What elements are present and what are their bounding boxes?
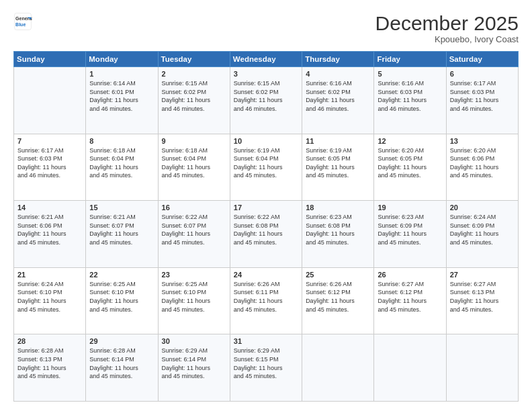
day-info: Sunrise: 6:19 AM Sunset: 6:04 PM Dayligh… (234, 146, 298, 180)
day-number: 17 (234, 203, 298, 212)
calendar-cell: 7Sunrise: 6:17 AM Sunset: 6:03 PM Daylig… (14, 134, 86, 201)
day-number: 27 (450, 271, 515, 279)
calendar-header-friday: Friday (374, 52, 446, 67)
day-number: 28 (17, 337, 82, 345)
day-number: 4 (306, 70, 370, 78)
day-info: Sunrise: 6:15 AM Sunset: 6:02 PM Dayligh… (234, 79, 298, 113)
day-number: 5 (378, 70, 442, 78)
day-number: 13 (450, 137, 515, 145)
day-info: Sunrise: 6:28 AM Sunset: 6:13 PM Dayligh… (17, 347, 82, 380)
day-number: 24 (234, 271, 298, 279)
day-info: Sunrise: 6:17 AM Sunset: 6:03 PM Dayligh… (17, 146, 82, 180)
calendar-header-thursday: Thursday (302, 52, 374, 67)
day-number: 10 (234, 137, 298, 145)
month-title: December 2025 (375, 12, 519, 34)
calendar-cell: 9Sunrise: 6:18 AM Sunset: 6:04 PM Daylig… (158, 134, 230, 201)
day-info: Sunrise: 6:18 AM Sunset: 6:04 PM Dayligh… (89, 146, 154, 180)
day-info: Sunrise: 6:27 AM Sunset: 6:13 PM Dayligh… (450, 280, 515, 314)
calendar-cell: 29Sunrise: 6:28 AM Sunset: 6:14 PM Dayli… (86, 334, 158, 402)
day-number: 23 (162, 271, 226, 279)
calendar-cell: 30Sunrise: 6:29 AM Sunset: 6:14 PM Dayli… (158, 334, 230, 402)
day-number: 9 (162, 137, 226, 145)
day-number: 30 (162, 337, 226, 345)
day-info: Sunrise: 6:20 AM Sunset: 6:05 PM Dayligh… (378, 146, 442, 180)
day-info: Sunrise: 6:29 AM Sunset: 6:15 PM Dayligh… (234, 347, 298, 380)
title-area: December 2025 Kpouebo, Ivory Coast (375, 12, 519, 44)
svg-text:Blue: Blue (15, 22, 26, 27)
calendar-cell: 16Sunrise: 6:22 AM Sunset: 6:07 PM Dayli… (158, 201, 230, 268)
calendar-cell: 26Sunrise: 6:27 AM Sunset: 6:12 PM Dayli… (374, 267, 446, 334)
calendar-cell: 2Sunrise: 6:15 AM Sunset: 6:02 PM Daylig… (158, 67, 230, 134)
day-number: 31 (234, 337, 298, 345)
day-number: 26 (378, 271, 442, 279)
calendar-cell: 15Sunrise: 6:21 AM Sunset: 6:07 PM Dayli… (86, 201, 158, 268)
svg-rect-0 (15, 13, 32, 30)
calendar-cell: 17Sunrise: 6:22 AM Sunset: 6:08 PM Dayli… (230, 201, 302, 268)
calendar-cell: 28Sunrise: 6:28 AM Sunset: 6:13 PM Dayli… (14, 334, 86, 402)
day-info: Sunrise: 6:22 AM Sunset: 6:08 PM Dayligh… (234, 213, 298, 246)
calendar-cell (14, 67, 86, 134)
calendar-cell: 31Sunrise: 6:29 AM Sunset: 6:15 PM Dayli… (230, 334, 302, 402)
day-number: 16 (162, 203, 226, 212)
calendar-cell: 24Sunrise: 6:26 AM Sunset: 6:11 PM Dayli… (230, 267, 302, 334)
calendar-cell: 12Sunrise: 6:20 AM Sunset: 6:05 PM Dayli… (374, 134, 446, 201)
day-number: 8 (89, 137, 154, 145)
calendar-cell: 14Sunrise: 6:21 AM Sunset: 6:06 PM Dayli… (14, 201, 86, 268)
day-info: Sunrise: 6:25 AM Sunset: 6:10 PM Dayligh… (89, 280, 154, 314)
calendar-cell: 11Sunrise: 6:19 AM Sunset: 6:05 PM Dayli… (302, 134, 374, 201)
day-number: 6 (450, 70, 515, 78)
day-number: 18 (306, 203, 370, 212)
calendar-cell (374, 334, 446, 402)
day-info: Sunrise: 6:26 AM Sunset: 6:12 PM Dayligh… (306, 280, 370, 314)
day-info: Sunrise: 6:26 AM Sunset: 6:11 PM Dayligh… (234, 280, 298, 314)
location: Kpouebo, Ivory Coast (375, 34, 519, 44)
day-info: Sunrise: 6:23 AM Sunset: 6:08 PM Dayligh… (306, 213, 370, 246)
day-number: 3 (234, 70, 298, 78)
page: General Blue December 2025 Kpouebo, Ivor… (0, 0, 532, 411)
day-info: Sunrise: 6:21 AM Sunset: 6:07 PM Dayligh… (89, 213, 154, 246)
day-info: Sunrise: 6:29 AM Sunset: 6:14 PM Dayligh… (162, 347, 226, 380)
calendar-week-row: 7Sunrise: 6:17 AM Sunset: 6:03 PM Daylig… (14, 134, 519, 201)
calendar-cell: 18Sunrise: 6:23 AM Sunset: 6:08 PM Dayli… (302, 201, 374, 268)
calendar-header-row: SundayMondayTuesdayWednesdayThursdayFrid… (14, 52, 519, 67)
day-info: Sunrise: 6:14 AM Sunset: 6:01 PM Dayligh… (89, 79, 154, 113)
calendar-cell: 5Sunrise: 6:16 AM Sunset: 6:03 PM Daylig… (374, 67, 446, 134)
logo: General Blue (13, 12, 32, 31)
day-number: 12 (378, 137, 442, 145)
day-info: Sunrise: 6:16 AM Sunset: 6:03 PM Dayligh… (378, 79, 442, 113)
calendar-week-row: 21Sunrise: 6:24 AM Sunset: 6:10 PM Dayli… (14, 267, 519, 334)
header: General Blue December 2025 Kpouebo, Ivor… (13, 12, 519, 44)
calendar-cell: 21Sunrise: 6:24 AM Sunset: 6:10 PM Dayli… (14, 267, 86, 334)
calendar-header-tuesday: Tuesday (158, 52, 230, 67)
calendar-cell: 6Sunrise: 6:17 AM Sunset: 6:03 PM Daylig… (446, 67, 518, 134)
calendar-cell: 10Sunrise: 6:19 AM Sunset: 6:04 PM Dayli… (230, 134, 302, 201)
calendar-cell: 1Sunrise: 6:14 AM Sunset: 6:01 PM Daylig… (86, 67, 158, 134)
day-info: Sunrise: 6:22 AM Sunset: 6:07 PM Dayligh… (162, 213, 226, 246)
day-info: Sunrise: 6:20 AM Sunset: 6:06 PM Dayligh… (450, 146, 515, 180)
calendar-table: SundayMondayTuesdayWednesdayThursdayFrid… (13, 51, 519, 402)
day-number: 29 (89, 337, 154, 345)
calendar-cell: 23Sunrise: 6:25 AM Sunset: 6:10 PM Dayli… (158, 267, 230, 334)
calendar-cell: 27Sunrise: 6:27 AM Sunset: 6:13 PM Dayli… (446, 267, 518, 334)
calendar-header-wednesday: Wednesday (230, 52, 302, 67)
day-number: 11 (306, 137, 370, 145)
logo-icon: General Blue (13, 12, 32, 31)
day-info: Sunrise: 6:15 AM Sunset: 6:02 PM Dayligh… (162, 79, 226, 113)
calendar-week-row: 14Sunrise: 6:21 AM Sunset: 6:06 PM Dayli… (14, 201, 519, 268)
calendar-week-row: 1Sunrise: 6:14 AM Sunset: 6:01 PM Daylig… (14, 67, 519, 134)
day-info: Sunrise: 6:24 AM Sunset: 6:09 PM Dayligh… (450, 213, 515, 246)
calendar-cell: 4Sunrise: 6:16 AM Sunset: 6:02 PM Daylig… (302, 67, 374, 134)
day-info: Sunrise: 6:21 AM Sunset: 6:06 PM Dayligh… (17, 213, 82, 246)
calendar-cell (302, 334, 374, 402)
svg-text:General: General (15, 16, 32, 21)
calendar-cell: 3Sunrise: 6:15 AM Sunset: 6:02 PM Daylig… (230, 67, 302, 134)
day-info: Sunrise: 6:24 AM Sunset: 6:10 PM Dayligh… (17, 280, 82, 314)
day-info: Sunrise: 6:19 AM Sunset: 6:05 PM Dayligh… (306, 146, 370, 180)
day-number: 2 (162, 70, 226, 78)
day-number: 20 (450, 203, 515, 212)
day-info: Sunrise: 6:23 AM Sunset: 6:09 PM Dayligh… (378, 213, 442, 246)
day-number: 19 (378, 203, 442, 212)
day-info: Sunrise: 6:27 AM Sunset: 6:12 PM Dayligh… (378, 280, 442, 314)
calendar-header-monday: Monday (86, 52, 158, 67)
day-info: Sunrise: 6:28 AM Sunset: 6:14 PM Dayligh… (89, 347, 154, 380)
